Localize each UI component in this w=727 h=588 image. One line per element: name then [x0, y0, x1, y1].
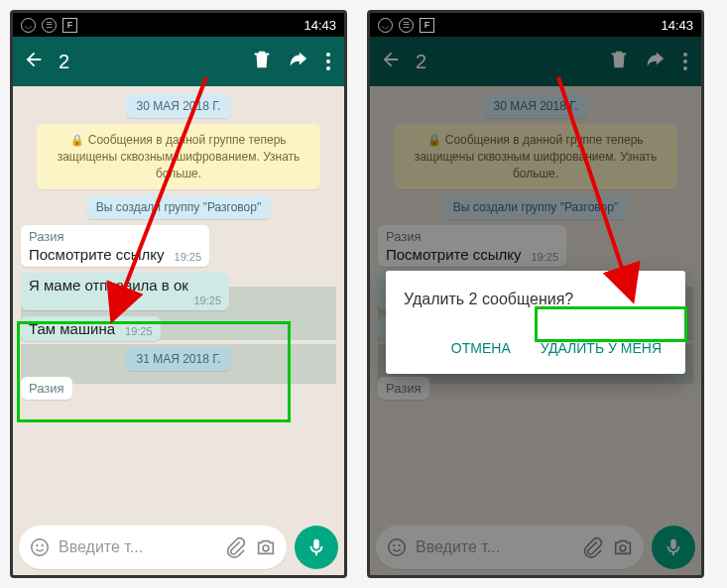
input-placeholder: Введите т... [59, 538, 217, 556]
phone-left: ◡ ☰ F 14:43 2 30 МАЯ 2018 Г. 🔒 Сообщения… [10, 10, 347, 578]
chat-header: 2 [13, 37, 344, 86]
message-bubble-selected[interactable]: Там машина 19:25 [21, 316, 161, 341]
status-icon-1: ◡ [378, 18, 393, 33]
message-sender: Разия [29, 229, 201, 244]
status-icon-3: F [420, 18, 434, 33]
date-chip: 30 МАЯ 2018 Г. [126, 94, 230, 118]
emoji-icon[interactable] [29, 536, 51, 558]
message-bubble-selected[interactable]: Я маме отправила в ок 19:25 [21, 273, 229, 310]
input-bar: Введите т... [13, 520, 344, 575]
mic-icon [305, 536, 327, 558]
svg-point-0 [32, 539, 49, 556]
status-time: 14:43 [661, 18, 693, 33]
attach-icon[interactable] [225, 536, 247, 558]
message-group: Разия Посмотрите ссылку 19:25 Я маме отп… [21, 225, 336, 341]
selection-count: 2 [59, 51, 237, 73]
delete-dialog: Удалить 2 сообщения? ОТМЕНА УДАЛИТЬ У МЕ… [386, 271, 685, 374]
lock-icon: 🔒 [70, 134, 84, 146]
svg-point-1 [36, 544, 38, 546]
trash-icon [251, 49, 273, 70]
status-icon-2: ☰ [42, 18, 57, 33]
message-text: Посмотрите ссылку [29, 246, 165, 263]
forward-button[interactable] [287, 49, 308, 74]
message-time: 19:25 [125, 325, 153, 337]
arrow-left-icon [23, 49, 45, 70]
message-time: 19:25 [29, 294, 221, 306]
delete-for-me-button[interactable]: УДАЛИТЬ У МЕНЯ [535, 332, 667, 364]
status-icon-2: ☰ [399, 18, 414, 33]
message-text: Я маме отправила в ок [29, 277, 221, 294]
status-bar: ◡ ☰ F 14:43 [13, 13, 344, 37]
chat-body[interactable]: 30 МАЯ 2018 Г. 🔒 Сообщения в данной груп… [13, 86, 344, 520]
camera-icon[interactable] [255, 536, 277, 558]
message-time: 19:25 [175, 251, 202, 263]
cancel-button[interactable]: ОТМЕНА [445, 332, 517, 364]
phone-right: ◡ ☰ F 14:43 2 30 МАЯ 2018 Г. 🔒 Сообщения… [367, 10, 704, 578]
status-icon-1: ◡ [21, 18, 36, 33]
forward-icon [287, 49, 308, 70]
message-input[interactable]: Введите т... [19, 526, 287, 569]
system-chip: Вы создали группу "Разговор" [86, 195, 271, 219]
menu-button[interactable] [322, 53, 334, 70]
message-text: Там машина [29, 320, 115, 337]
status-time: 14:43 [303, 18, 336, 33]
encryption-notice[interactable]: 🔒 Сообщения в данной группе теперь защищ… [37, 124, 320, 189]
message-bubble[interactable]: Разия Посмотрите ссылку 19:25 [21, 225, 209, 267]
mic-button[interactable] [295, 526, 338, 569]
status-bar: ◡ ☰ F 14:43 [370, 13, 701, 37]
dialog-title: Удалить 2 сообщения? [404, 291, 667, 308]
svg-point-2 [42, 544, 44, 546]
status-icon-3: F [62, 18, 77, 33]
back-button[interactable] [23, 49, 45, 74]
message-sender: Разия [29, 381, 64, 396]
delete-button[interactable] [251, 49, 273, 74]
message-bubble[interactable]: Разия [21, 377, 72, 400]
svg-point-3 [263, 545, 269, 551]
